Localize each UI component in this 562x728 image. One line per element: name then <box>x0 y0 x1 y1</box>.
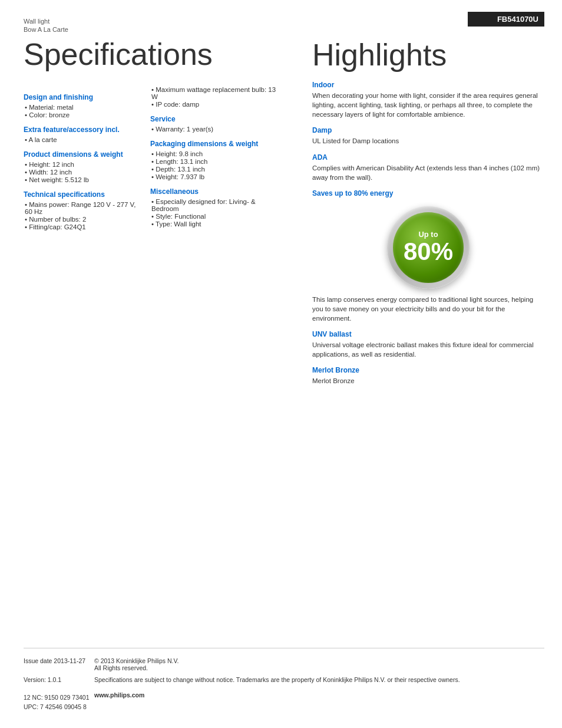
section-design: Design and finishing • Material: metal •… <box>24 93 144 118</box>
section-dimensions: Product dimensions & weight • Height: 12… <box>24 150 144 183</box>
section-design-title: Design and finishing <box>24 93 144 101</box>
footer-version-label: Version: 1.0.1 <box>24 676 94 683</box>
section-wattage: • Maximum wattage replacement bulb: 13 W… <box>150 86 277 108</box>
footer-disclaimer: Specifications are subject to change wit… <box>94 676 544 683</box>
section-misc-title: Miscellaneous <box>150 187 277 196</box>
highlight-energy: Saves up to 80% energy <box>312 189 544 197</box>
dim-item-1: • Height: 12 inch <box>24 161 144 168</box>
section-misc: Miscellaneous • Especially designed for:… <box>150 187 277 228</box>
right-panel: FB541070U Highlights Indoor When decorat… <box>295 0 562 407</box>
specs-columns: Design and finishing • Material: metal •… <box>24 86 277 231</box>
product-code: FB541070U <box>468 12 544 27</box>
section-packaging: Packaging dimensions & weight • Height: … <box>150 140 277 180</box>
section-service: Service • Warranty: 1 year(s) <box>150 115 277 133</box>
product-type: Wall light <box>24 18 277 25</box>
badge-percent-text: 80% <box>404 239 453 264</box>
badge-container: Up to 80% <box>312 206 544 289</box>
footer-upc: UPC: 7 42546 09045 8 <box>24 703 94 710</box>
section-dimensions-title: Product dimensions & weight <box>24 150 144 159</box>
footer-issue-label: Issue date 2013-11-27 <box>24 657 94 671</box>
section-technical: Technical specifications • Mains power: … <box>24 190 144 230</box>
highlight-ada-title: ADA <box>312 153 544 162</box>
highlight-ada-text: Complies with American Disability Act (e… <box>312 163 544 182</box>
highlight-merlot-text: Merlot Bronze <box>312 376 544 386</box>
highlight-merlot: Merlot Bronze Merlot Bronze <box>312 366 544 386</box>
footer-row-issue: Issue date 2013-11-27 © 2013 Koninklijke… <box>24 657 544 671</box>
highlight-indoor: Indoor When decorating your home with li… <box>312 81 544 119</box>
footer-copyright: © 2013 Koninklijke Philips N.V. All Righ… <box>94 657 544 671</box>
tech-item-2: • Number of bulbs: 2 <box>24 216 144 223</box>
pkg-item-3: • Depth: 13.1 inch <box>150 166 277 173</box>
highlight-indoor-text: When decorating your home with light, co… <box>312 91 544 119</box>
misc-item-1: • Especially designed for: Living- & Bed… <box>150 198 277 212</box>
highlight-ada: ADA Complies with American Disability Ac… <box>312 153 544 182</box>
wattage-item-2: • IP code: damp <box>150 101 277 108</box>
pkg-item-4: • Weight: 7.937 lb <box>150 173 277 180</box>
highlight-indoor-title: Indoor <box>312 81 544 89</box>
specs-col-left: Design and finishing • Material: metal •… <box>24 86 150 231</box>
highlights-title: Highlights <box>312 38 544 72</box>
specs-col-right: • Maximum wattage replacement bulb: 13 W… <box>150 86 277 231</box>
rights-text: All Rights reserved. <box>94 664 148 671</box>
footer: Issue date 2013-11-27 © 2013 Koninklijke… <box>24 648 544 710</box>
highlight-damp-title: Damp <box>312 126 544 134</box>
page: Wall light Bow A La Carte Specifications… <box>0 0 562 728</box>
design-item-1: • Material: metal <box>24 104 144 111</box>
highlight-energy-desc: This lamp conserves energy compared to t… <box>312 295 544 323</box>
footer-row-nc: 12 NC: 9150 029 73401 UPC: 7 42546 09045… <box>24 691 544 710</box>
page-title: Specifications <box>24 38 277 71</box>
highlight-unv-title: UNV ballast <box>312 330 544 338</box>
section-extra: Extra feature/accessory incl. • A la car… <box>24 126 144 143</box>
highlight-damp-text: UL Listed for Damp locations <box>312 136 544 146</box>
tech-item-3: • Fitting/cap: G24Q1 <box>24 223 144 230</box>
badge-inner: Up to 80% <box>393 212 464 283</box>
service-item-1: • Warranty: 1 year(s) <box>150 126 277 133</box>
section-packaging-title: Packaging dimensions & weight <box>150 140 277 148</box>
badge-outer: Up to 80% <box>387 206 470 289</box>
highlight-energy-desc-text: This lamp conserves energy compared to t… <box>312 295 544 323</box>
section-extra-title: Extra feature/accessory incl. <box>24 126 144 134</box>
highlight-merlot-title: Merlot Bronze <box>312 366 544 374</box>
dim-item-3: • Net weight: 5.512 lb <box>24 176 144 183</box>
footer-row-version: Version: 1.0.1 Specifications are subjec… <box>24 676 544 683</box>
misc-item-2: • Style: Functional <box>150 213 277 220</box>
tech-item-1: • Mains power: Range 120 V - 277 V, 60 H… <box>24 201 144 215</box>
footer-nc-upc-block: 12 NC: 9150 029 73401 UPC: 7 42546 09045… <box>24 691 94 710</box>
wattage-item-1: • Maximum wattage replacement bulb: 13 W <box>150 86 277 100</box>
extra-item-1: • A la carte <box>24 136 144 143</box>
misc-item-3: • Type: Wall light <box>150 220 277 228</box>
footer-website: www.philips.com <box>94 691 544 699</box>
highlight-unv: UNV ballast Universal voltage electronic… <box>312 330 544 359</box>
footer-nc: 12 NC: 9150 029 73401 <box>24 694 94 701</box>
product-name: Bow A La Carte <box>24 26 277 33</box>
highlight-damp: Damp UL Listed for Damp locations <box>312 126 544 146</box>
highlight-unv-text: Universal voltage electronic ballast mak… <box>312 340 544 359</box>
section-technical-title: Technical specifications <box>24 190 144 199</box>
highlight-energy-title: Saves up to 80% energy <box>312 189 544 197</box>
left-panel: Wall light Bow A La Carte Specifications… <box>0 0 295 249</box>
design-item-2: • Color: bronze <box>24 111 144 118</box>
copyright-text: © 2013 Koninklijke Philips N.V. <box>94 657 178 664</box>
pkg-item-2: • Length: 13.1 inch <box>150 158 277 165</box>
section-service-title: Service <box>150 115 277 123</box>
pkg-item-1: • Height: 9.8 inch <box>150 150 277 157</box>
dim-item-2: • Width: 12 inch <box>24 169 144 176</box>
